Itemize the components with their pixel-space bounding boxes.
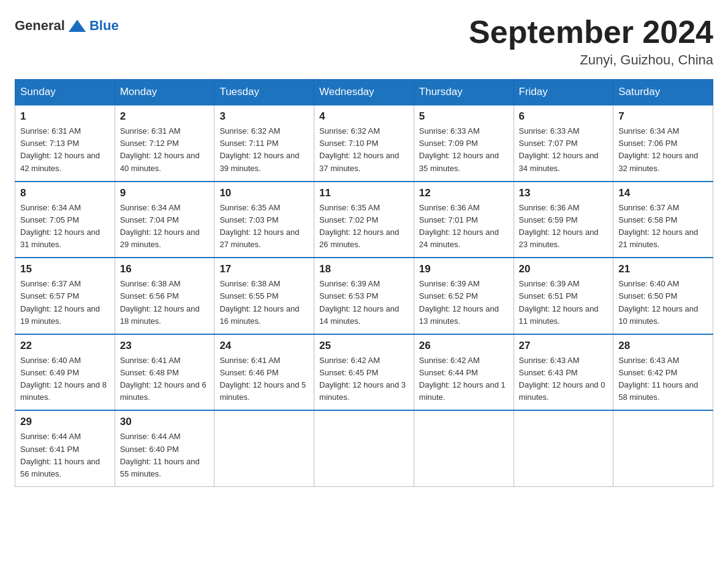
table-row: 19Sunrise: 6:39 AMSunset: 6:52 PMDayligh… bbox=[414, 258, 514, 334]
day-number: 1 bbox=[20, 110, 110, 123]
week-row-3: 15Sunrise: 6:37 AMSunset: 6:57 PMDayligh… bbox=[15, 258, 713, 334]
day-info: Sunrise: 6:33 AMSunset: 7:09 PMDaylight:… bbox=[419, 125, 509, 175]
day-info: Sunrise: 6:37 AMSunset: 6:58 PMDaylight:… bbox=[618, 202, 708, 251]
table-row: 18Sunrise: 6:39 AMSunset: 6:53 PMDayligh… bbox=[314, 258, 414, 334]
day-info: Sunrise: 6:36 AMSunset: 7:01 PMDaylight:… bbox=[419, 202, 509, 251]
day-info: Sunrise: 6:43 AMSunset: 6:43 PMDaylight:… bbox=[519, 354, 609, 404]
day-number: 30 bbox=[120, 416, 210, 428]
day-number: 20 bbox=[519, 263, 609, 275]
day-number: 13 bbox=[519, 187, 609, 199]
day-number: 23 bbox=[120, 340, 210, 352]
table-row: 21Sunrise: 6:40 AMSunset: 6:50 PMDayligh… bbox=[613, 258, 713, 334]
day-info: Sunrise: 6:34 AMSunset: 7:04 PMDaylight:… bbox=[120, 202, 210, 251]
day-number: 16 bbox=[120, 263, 210, 275]
table-row: 23Sunrise: 6:41 AMSunset: 6:48 PMDayligh… bbox=[115, 334, 214, 411]
table-row: 28Sunrise: 6:43 AMSunset: 6:42 PMDayligh… bbox=[613, 334, 713, 411]
day-number: 6 bbox=[519, 110, 609, 123]
day-info: Sunrise: 6:40 AMSunset: 6:49 PMDaylight:… bbox=[20, 354, 110, 404]
table-row: 13Sunrise: 6:36 AMSunset: 6:59 PMDayligh… bbox=[514, 182, 613, 258]
day-number: 9 bbox=[120, 187, 210, 199]
day-info: Sunrise: 6:31 AMSunset: 7:12 PMDaylight:… bbox=[120, 125, 210, 175]
day-info: Sunrise: 6:31 AMSunset: 7:13 PMDaylight:… bbox=[20, 125, 110, 175]
table-row: 24Sunrise: 6:41 AMSunset: 6:46 PMDayligh… bbox=[214, 334, 314, 411]
day-info: Sunrise: 6:41 AMSunset: 6:48 PMDaylight:… bbox=[120, 354, 210, 404]
day-number: 26 bbox=[419, 340, 509, 352]
table-row: 27Sunrise: 6:43 AMSunset: 6:43 PMDayligh… bbox=[514, 334, 613, 411]
day-info: Sunrise: 6:40 AMSunset: 6:50 PMDaylight:… bbox=[618, 278, 708, 327]
day-number: 8 bbox=[20, 187, 110, 199]
table-row: 4Sunrise: 6:32 AMSunset: 7:10 PMDaylight… bbox=[314, 105, 414, 182]
col-saturday: Saturday bbox=[613, 80, 713, 105]
day-number: 5 bbox=[419, 110, 509, 123]
logo-general-text: General bbox=[15, 18, 65, 34]
table-row: 25Sunrise: 6:42 AMSunset: 6:45 PMDayligh… bbox=[314, 334, 414, 411]
table-row: 26Sunrise: 6:42 AMSunset: 6:44 PMDayligh… bbox=[414, 334, 514, 411]
logo-blue-text: Blue bbox=[89, 18, 119, 34]
table-row: 7Sunrise: 6:34 AMSunset: 7:06 PMDaylight… bbox=[613, 105, 713, 182]
day-info: Sunrise: 6:42 AMSunset: 6:44 PMDaylight:… bbox=[419, 354, 509, 404]
day-info: Sunrise: 6:44 AMSunset: 6:41 PMDaylight:… bbox=[20, 431, 110, 480]
day-number: 19 bbox=[419, 263, 509, 275]
day-number: 10 bbox=[219, 187, 309, 199]
table-row: 3Sunrise: 6:32 AMSunset: 7:11 PMDaylight… bbox=[214, 105, 314, 182]
col-sunday: Sunday bbox=[15, 80, 115, 105]
day-number: 7 bbox=[618, 110, 708, 123]
month-title: September 2024 bbox=[469, 15, 713, 50]
table-row: 16Sunrise: 6:38 AMSunset: 6:56 PMDayligh… bbox=[115, 258, 214, 334]
table-row bbox=[613, 410, 713, 486]
day-number: 21 bbox=[618, 263, 708, 275]
table-row: 1Sunrise: 6:31 AMSunset: 7:13 PMDaylight… bbox=[15, 105, 115, 182]
logo-icon bbox=[66, 15, 88, 37]
day-number: 3 bbox=[219, 110, 309, 123]
table-row bbox=[414, 410, 514, 486]
table-row: 9Sunrise: 6:34 AMSunset: 7:04 PMDaylight… bbox=[115, 182, 214, 258]
location: Zunyi, Guizhou, China bbox=[469, 52, 713, 68]
table-row bbox=[314, 410, 414, 486]
table-row: 12Sunrise: 6:36 AMSunset: 7:01 PMDayligh… bbox=[414, 182, 514, 258]
day-info: Sunrise: 6:34 AMSunset: 7:05 PMDaylight:… bbox=[20, 202, 110, 251]
table-row: 17Sunrise: 6:38 AMSunset: 6:55 PMDayligh… bbox=[214, 258, 314, 334]
day-info: Sunrise: 6:37 AMSunset: 6:57 PMDaylight:… bbox=[20, 278, 110, 327]
title-section: September 2024 Zunyi, Guizhou, China bbox=[469, 15, 713, 68]
week-row-1: 1Sunrise: 6:31 AMSunset: 7:13 PMDaylight… bbox=[15, 105, 713, 182]
day-number: 28 bbox=[618, 340, 708, 352]
table-row: 15Sunrise: 6:37 AMSunset: 6:57 PMDayligh… bbox=[15, 258, 115, 334]
day-info: Sunrise: 6:41 AMSunset: 6:46 PMDaylight:… bbox=[219, 354, 309, 404]
svg-marker-1 bbox=[69, 23, 86, 32]
table-row: 6Sunrise: 6:33 AMSunset: 7:07 PMDaylight… bbox=[514, 105, 613, 182]
day-number: 14 bbox=[618, 187, 708, 199]
table-row: 22Sunrise: 6:40 AMSunset: 6:49 PMDayligh… bbox=[15, 334, 115, 411]
day-info: Sunrise: 6:33 AMSunset: 7:07 PMDaylight:… bbox=[519, 125, 609, 175]
day-info: Sunrise: 6:34 AMSunset: 7:06 PMDaylight:… bbox=[618, 125, 708, 175]
day-info: Sunrise: 6:38 AMSunset: 6:56 PMDaylight:… bbox=[120, 278, 210, 327]
table-row: 20Sunrise: 6:39 AMSunset: 6:51 PMDayligh… bbox=[514, 258, 613, 334]
table-row: 14Sunrise: 6:37 AMSunset: 6:58 PMDayligh… bbox=[613, 182, 713, 258]
day-number: 24 bbox=[219, 340, 309, 352]
calendar-header-row: Sunday Monday Tuesday Wednesday Thursday… bbox=[15, 80, 713, 105]
table-row: 10Sunrise: 6:35 AMSunset: 7:03 PMDayligh… bbox=[214, 182, 314, 258]
table-row: 8Sunrise: 6:34 AMSunset: 7:05 PMDaylight… bbox=[15, 182, 115, 258]
day-number: 25 bbox=[319, 340, 409, 352]
day-info: Sunrise: 6:39 AMSunset: 6:53 PMDaylight:… bbox=[319, 278, 409, 327]
day-info: Sunrise: 6:32 AMSunset: 7:11 PMDaylight:… bbox=[219, 125, 309, 175]
table-row bbox=[214, 410, 314, 486]
day-number: 29 bbox=[20, 416, 110, 428]
day-info: Sunrise: 6:32 AMSunset: 7:10 PMDaylight:… bbox=[319, 125, 409, 175]
day-number: 17 bbox=[219, 263, 309, 275]
day-number: 18 bbox=[319, 263, 409, 275]
week-row-2: 8Sunrise: 6:34 AMSunset: 7:05 PMDaylight… bbox=[15, 182, 713, 258]
col-thursday: Thursday bbox=[414, 80, 514, 105]
calendar-table: Sunday Monday Tuesday Wednesday Thursday… bbox=[15, 79, 713, 487]
table-row: 5Sunrise: 6:33 AMSunset: 7:09 PMDaylight… bbox=[414, 105, 514, 182]
day-number: 11 bbox=[319, 187, 409, 199]
day-info: Sunrise: 6:38 AMSunset: 6:55 PMDaylight:… bbox=[219, 278, 309, 327]
day-number: 27 bbox=[519, 340, 609, 352]
day-info: Sunrise: 6:36 AMSunset: 6:59 PMDaylight:… bbox=[519, 202, 609, 251]
table-row: 11Sunrise: 6:35 AMSunset: 7:02 PMDayligh… bbox=[314, 182, 414, 258]
day-info: Sunrise: 6:39 AMSunset: 6:51 PMDaylight:… bbox=[519, 278, 609, 327]
day-number: 4 bbox=[319, 110, 409, 123]
day-number: 2 bbox=[120, 110, 210, 123]
week-row-4: 22Sunrise: 6:40 AMSunset: 6:49 PMDayligh… bbox=[15, 334, 713, 411]
day-number: 22 bbox=[20, 340, 110, 352]
day-info: Sunrise: 6:44 AMSunset: 6:40 PMDaylight:… bbox=[120, 431, 210, 480]
